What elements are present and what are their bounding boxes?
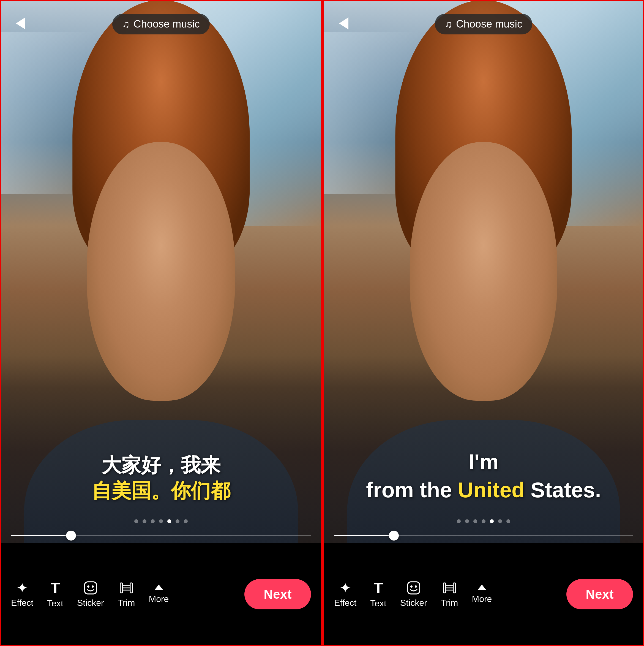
dot-r-1 [457,519,461,523]
sticker-icon-right [406,581,421,595]
top-bar-right: ♫ Choose music [323,0,644,40]
timeline-scrubber[interactable] [0,535,322,536]
next-button-right[interactable]: Next [566,579,633,609]
dot-6 [175,519,179,523]
trim-icon [119,581,133,595]
back-button[interactable] [11,14,30,33]
subtitle-line-2-right: from the United States. [340,476,628,504]
back-arrow-icon [16,17,25,29]
music-label-right: Choose music [456,18,522,30]
dot-r-7 [506,519,510,523]
dot-5-active [167,519,171,523]
dot-2 [143,519,146,523]
text-icon-right: T [373,580,383,596]
text-tool[interactable]: T Text [47,580,63,609]
dot-r-4 [482,519,486,523]
chevron-up-icon-right [478,584,486,590]
dot-4 [159,519,163,523]
effect-icon: ✦ [16,581,28,595]
subtitle-line-1-right: I'm [340,448,628,476]
effect-icon-right: ✦ [339,581,352,595]
subtitle-states: States. [525,478,601,502]
subtitle-line-2: 自美国。你们都 [16,478,305,504]
timeline-scrubber-right[interactable] [323,535,644,536]
toolbar-tools-right: ✦ Effect T Text Sticker [334,580,492,609]
toolbar-tools: ✦ Effect T Text Sticker [11,580,169,609]
scrubber-thumb[interactable] [66,531,76,541]
progress-dots-right [323,519,644,523]
dot-3 [151,519,155,523]
dot-r-6 [498,519,502,523]
choose-music-button[interactable]: ♫ Choose music [112,14,210,34]
scrubber-thumb-right[interactable] [389,531,399,541]
trim-icon-right [442,581,457,595]
subtitle-area-right: I'm from the United States. [323,448,644,504]
subtitle-area: 大家好，我来 自美国。你们都 [0,452,322,504]
svg-point-1 [87,585,90,587]
top-bar: ♫ Choose music [0,0,322,40]
sticker-label-right: Sticker [400,598,427,608]
trim-tool[interactable]: Trim [118,581,135,608]
effect-label-right: Effect [334,598,356,608]
dot-r-2 [465,519,469,523]
person-face-right [410,142,557,400]
text-label: Text [47,599,63,609]
svg-rect-12 [453,583,456,593]
next-button[interactable]: Next [244,579,311,609]
subtitle-im: I'm [469,450,499,474]
progress-dots [0,519,322,523]
scrubber-fill-right [334,535,394,536]
back-button-right[interactable] [334,14,353,33]
scrubber-track [11,535,311,536]
sticker-tool[interactable]: Sticker [77,581,104,608]
more-tool-right[interactable]: More [472,584,492,604]
subtitle-text-1: 大家好，我来 [102,454,221,476]
chevron-up-icon [154,584,163,590]
text-tool-right[interactable]: T Text [370,580,386,609]
right-panel: ♫ Choose music I'm from the United State… [322,0,644,646]
svg-rect-8 [408,582,420,594]
subtitle-united: United [458,478,525,502]
subtitle-from-the: from the [366,478,458,502]
dot-r-5-active [490,519,494,523]
choose-music-button-right[interactable]: ♫ Choose music [435,14,532,34]
svg-rect-11 [443,583,445,593]
sticker-tool-right[interactable]: Sticker [400,581,427,608]
dot-7 [184,519,188,523]
back-arrow-icon-right [339,17,349,29]
text-label-right: Text [370,599,386,609]
effect-label: Effect [11,598,33,608]
more-label-right: More [472,594,492,604]
sticker-label: Sticker [77,598,104,608]
more-icon-right [478,584,486,591]
dot-1 [134,519,138,523]
effect-tool-right[interactable]: ✦ Effect [334,581,356,608]
effect-tool[interactable]: ✦ Effect [11,581,33,608]
music-note-icon-right: ♫ [445,18,452,30]
svg-point-2 [92,585,94,587]
svg-rect-4 [130,583,132,593]
svg-point-9 [410,585,412,587]
more-icon [154,584,163,591]
more-tool[interactable]: More [149,584,169,604]
subtitle-text-2: 自美国。你们都 [92,480,230,502]
svg-rect-0 [85,582,97,594]
scrubber-fill [11,535,71,536]
bottom-toolbar: ✦ Effect T Text Sticker [0,543,322,646]
left-panel: ♫ Choose music 大家好，我来 自美国。你们都 [0,0,322,646]
dot-r-3 [473,519,477,523]
scrubber-track-right [334,535,633,536]
svg-point-10 [415,585,417,587]
text-icon: T [50,580,60,596]
svg-rect-3 [120,583,122,593]
trim-label: Trim [118,598,135,608]
trim-label-right: Trim [441,598,458,608]
bottom-toolbar-right: ✦ Effect T Text Sticker [323,543,644,646]
person-face [87,142,235,400]
sticker-icon [84,581,98,595]
subtitle-line-1: 大家好，我来 [16,452,305,478]
music-label: Choose music [133,18,200,30]
more-label: More [149,594,169,604]
music-note-icon: ♫ [122,18,130,30]
trim-tool-right[interactable]: Trim [441,581,458,608]
